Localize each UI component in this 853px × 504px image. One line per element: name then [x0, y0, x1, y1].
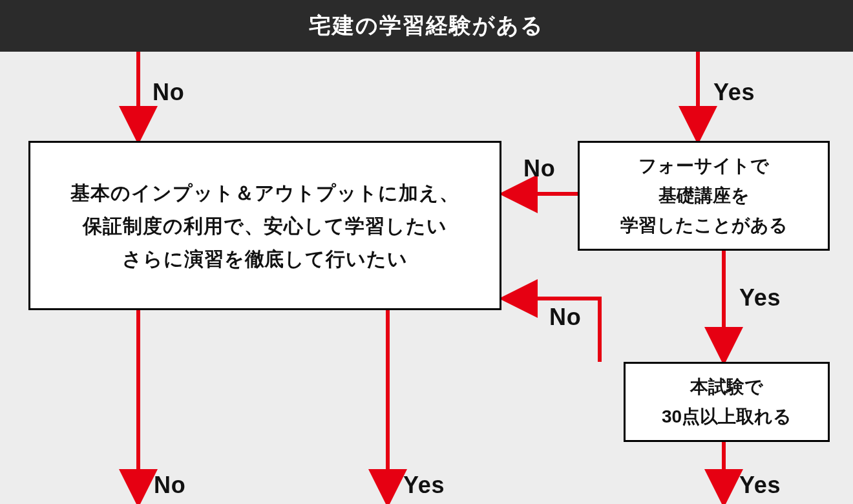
flowchart-header: 宅建の学習経験がある — [0, 0, 853, 52]
label-no-mid: No — [523, 155, 555, 182]
label-no-top-left: No — [153, 79, 184, 106]
node-basic-io-text: 基本のインプット＆アウトプットに加え、 保証制度の利用で、安心して学習したい さ… — [70, 176, 459, 275]
label-yes-top-right: Yes — [713, 79, 755, 106]
label-yes-mid: Yes — [739, 284, 781, 311]
label-no-elbow: No — [549, 304, 581, 331]
label-yes-bottom-right: Yes — [739, 472, 781, 499]
flowchart-canvas: 宅建の学習経験がある 基本のインプット＆アウトプットに加え、 保証制度の利用 — [0, 0, 853, 504]
node-foresight-basic: フォーサイトで 基礎講座を 学習したことがある — [578, 141, 830, 251]
node-basic-io: 基本のインプット＆アウトプットに加え、 保証制度の利用で、安心して学習したい さ… — [28, 141, 501, 310]
label-no-bottom-left: No — [154, 472, 185, 499]
header-title: 宅建の学習経験がある — [309, 11, 544, 41]
node-score-30-text: 本試験で 30点以上取れる — [662, 372, 792, 432]
node-foresight-basic-text: フォーサイトで 基礎講座を 学習したことがある — [620, 151, 788, 241]
node-score-30: 本試験で 30点以上取れる — [624, 362, 830, 442]
label-yes-bottom-mid: Yes — [403, 472, 445, 499]
